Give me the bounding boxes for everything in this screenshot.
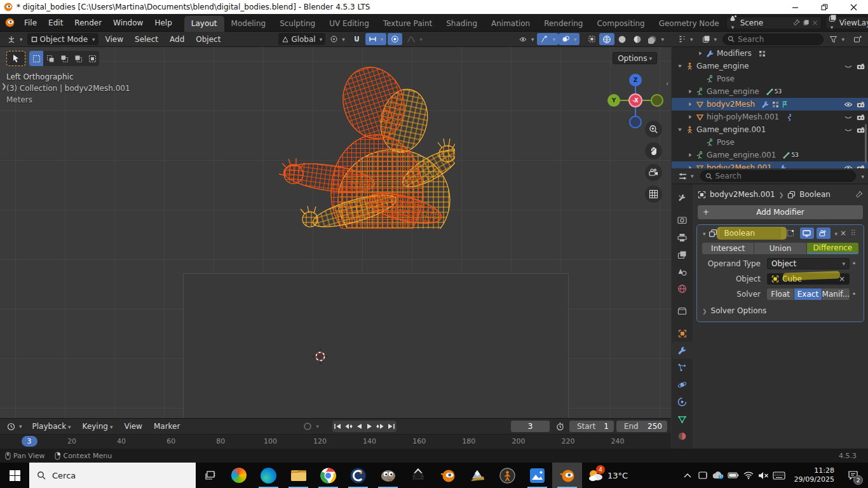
hide-viewport-toggle[interactable] (844, 63, 853, 70)
scene-name[interactable]: Scene (740, 18, 790, 27)
prev-keyframe-button[interactable] (343, 421, 354, 432)
properties-tab-particles[interactable] (672, 359, 693, 376)
jump-to-start-button[interactable] (332, 421, 343, 432)
viewport-display-toggle[interactable] (800, 227, 814, 239)
operation-union-button[interactable]: Union (754, 243, 806, 254)
end-frame-field[interactable]: End250 (616, 421, 667, 432)
properties-tab-material[interactable] (672, 428, 693, 445)
operation-intersect-button[interactable]: Intersect (702, 243, 754, 254)
solver-float-button[interactable]: Float (767, 288, 794, 300)
current-frame-field[interactable]: 3 (511, 421, 550, 432)
taskbar-inkscape-icon[interactable] (403, 463, 433, 488)
breadcrumb-object[interactable]: bodyv2Mesh.001 (710, 190, 775, 199)
properties-editor-type-button[interactable] (675, 170, 697, 182)
tray-onedrive-icon[interactable] (711, 463, 725, 488)
sidebar-expand-chevron[interactable]: ‹ (666, 80, 668, 87)
play-reverse-button[interactable] (354, 421, 365, 432)
timeline-ruler[interactable]: 3 20406080100120140160180200220240 (0, 434, 671, 449)
workspace-tab-sculpting[interactable]: Sculpting (273, 16, 322, 32)
tray-chevron-up-icon[interactable] (681, 463, 695, 488)
timeline-menu-view[interactable]: View (118, 422, 147, 431)
menu-render[interactable]: Render (69, 18, 107, 27)
expand-chevron[interactable] (677, 126, 686, 133)
start-button[interactable] (0, 463, 29, 488)
outliner-display-mode-button[interactable] (699, 33, 721, 45)
outliner-row-game-engine[interactable]: Game_engine53 (672, 85, 868, 98)
animate-dot[interactable]: • (850, 259, 858, 268)
scene-selector[interactable]: Scene × (726, 17, 822, 29)
solver-options-row[interactable]: Solver Options (702, 306, 858, 315)
pin-icon[interactable] (793, 19, 800, 26)
taskbar-edge-icon[interactable] (254, 463, 283, 488)
outliner-row-pose[interactable]: Pose (672, 136, 868, 149)
properties-tab-scene[interactable] (672, 263, 693, 280)
viewlayer-name[interactable]: ViewLayer (839, 18, 868, 27)
shading-material-button[interactable] (630, 33, 645, 45)
timeline-editor-type-button[interactable] (4, 421, 25, 433)
workspace-tab-geometry-node[interactable]: Geometry Node (652, 16, 726, 32)
gizmo-minus-x-axis[interactable]: -X (628, 93, 642, 107)
outliner-search-input[interactable]: Search (722, 34, 824, 45)
menu-help[interactable]: Help (149, 18, 177, 27)
gizmo-z-axis[interactable]: Z (629, 74, 642, 86)
workspace-tab-modeling[interactable]: Modeling (224, 16, 273, 32)
taskbar-search-input[interactable]: Cerca (29, 463, 196, 488)
menu-window[interactable]: Window (107, 18, 149, 27)
select-invert-button[interactable] (71, 51, 85, 66)
collapse-modifier-chevron[interactable] (701, 229, 706, 238)
gizmo-minus-z-axis[interactable] (629, 116, 642, 128)
outliner-row-bodyv2mesh[interactable]: bodyv2Mesh (672, 98, 868, 111)
expand-chevron[interactable] (687, 152, 696, 158)
toolbar-expand-chevron[interactable]: ❯ (1, 83, 6, 90)
shading-rendered-button[interactable] (645, 33, 667, 45)
jump-to-end-button[interactable] (386, 421, 397, 432)
outliner-row-game-engine-001[interactable]: Game_engine.00153 (672, 149, 868, 161)
taskbar-copilot-icon[interactable] (224, 463, 254, 488)
outliner-filter-button[interactable] (826, 33, 848, 45)
properties-tab-modifiers[interactable] (672, 342, 693, 359)
delete-modifier-button[interactable]: × (840, 229, 846, 238)
auto-keying-toggle[interactable] (300, 421, 322, 433)
drag-handle[interactable]: ⠿ (850, 229, 857, 238)
properties-search-input[interactable]: Search (700, 170, 857, 182)
expand-chevron[interactable] (687, 114, 696, 120)
expand-chevron[interactable] (687, 88, 696, 95)
orthographic-toggle-button[interactable] (645, 186, 662, 203)
render-display-toggle[interactable] (817, 227, 831, 239)
properties-tab-object[interactable] (672, 325, 693, 342)
notification-center-button[interactable]: 2 (843, 463, 864, 488)
minimize-button[interactable] (780, 0, 810, 14)
tweak-tool-button[interactable] (6, 51, 25, 66)
taskbar-terrain-app-icon[interactable] (463, 463, 492, 488)
workspace-tab-animation[interactable]: Animation (484, 16, 537, 32)
workspace-tab-texture-paint[interactable]: Texture Paint (376, 16, 439, 32)
operation-difference-button[interactable]: Difference (807, 243, 858, 254)
taskbar-clock[interactable]: 11:28 29/09/2025 (790, 466, 838, 484)
outliner-editor-type-button[interactable] (675, 33, 696, 45)
workspace-tab-shading[interactable]: Shading (439, 16, 484, 32)
disable-render-toggle[interactable] (857, 62, 865, 70)
next-keyframe-button[interactable] (375, 421, 386, 432)
taskbar-file-explorer-icon[interactable] (283, 463, 313, 488)
workspace-tab-layout[interactable]: Layout (184, 16, 224, 32)
expand-chevron[interactable] (697, 50, 706, 57)
tray-keyboard-icon[interactable] (772, 463, 786, 488)
taskbar-gimp-icon[interactable] (373, 463, 403, 488)
taskbar-blender-icon[interactable] (433, 463, 463, 488)
tray-volume-muted-icon[interactable] (757, 463, 771, 488)
outliner-scrollbar[interactable] (865, 124, 867, 163)
proportional-editing-toggle[interactable] (388, 33, 402, 45)
zoom-button[interactable] (645, 121, 662, 138)
workspace-tab-compositing[interactable]: Compositing (590, 16, 651, 32)
operand-type-dropdown[interactable]: Object (767, 258, 850, 269)
new-scene-icon[interactable] (803, 19, 810, 26)
start-frame-field[interactable]: Start1 (569, 421, 614, 432)
properties-tab-viewlayer[interactable] (672, 246, 693, 263)
timeline-menu-marker[interactable]: Marker (148, 422, 186, 431)
pan-hand-button[interactable] (645, 142, 662, 159)
pin-id-icon[interactable] (855, 191, 863, 198)
viewport-menu-select[interactable]: Select (129, 35, 164, 44)
select-extend-button[interactable] (43, 51, 57, 66)
taskbar-blender-active-icon[interactable] (552, 463, 582, 488)
hide-viewport-toggle[interactable] (844, 126, 853, 133)
